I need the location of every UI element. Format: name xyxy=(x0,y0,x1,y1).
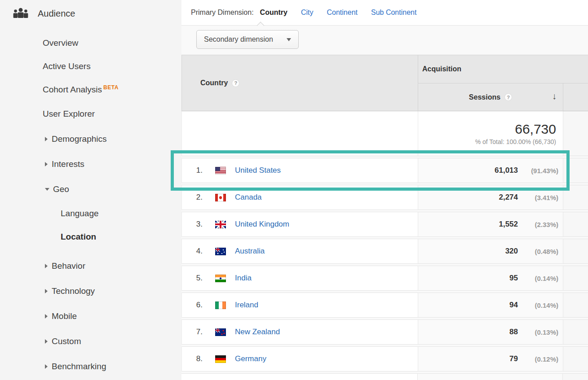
row-rank: 6. xyxy=(182,301,203,310)
country-cell: 3. United Kingdom xyxy=(182,212,418,236)
totals-country-cell xyxy=(182,111,418,156)
totals-extra-cell xyxy=(563,111,588,156)
table-row: 4. Australia 320 (0.48%) xyxy=(181,239,588,264)
row-rank: 2. xyxy=(182,193,203,202)
totals-sessions-cell: 66,730 % of Total: 100.00% (66,730) xyxy=(418,111,563,156)
totals-row: 66,730 % of Total: 100.00% (66,730) xyxy=(181,111,588,156)
country-cell: 2. Canada xyxy=(182,185,418,210)
row-extra-cell xyxy=(563,158,588,183)
sidebar-item-overview[interactable]: Overview xyxy=(0,31,181,55)
country-cell xyxy=(181,374,418,380)
sidebar: Audience Overview Active Users Cohort An… xyxy=(0,0,181,380)
sidebar-item-mobile[interactable]: Mobile xyxy=(0,304,181,329)
country-cell: 4. Australia xyxy=(182,239,418,263)
sidebar-item-label: Custom xyxy=(52,336,81,346)
dimension-tab-country[interactable]: Country xyxy=(260,9,287,17)
country-link[interactable]: Canada xyxy=(235,193,262,202)
sidebar-item-technology[interactable]: Technology xyxy=(0,279,181,304)
dimension-tab-continent[interactable]: Continent xyxy=(327,9,358,17)
sidebar-item-geo[interactable]: Geo xyxy=(0,177,181,202)
row-rank: 5. xyxy=(182,274,203,283)
sidebar-item-interests[interactable]: Interests xyxy=(0,152,181,177)
country-cell: 5. India xyxy=(182,266,418,290)
sidebar-item-cohort-analysis[interactable]: Cohort Analysis BETA xyxy=(0,78,181,101)
audience-people-icon xyxy=(13,7,29,20)
sidebar-item-label: Interests xyxy=(52,159,84,169)
sessions-value: 1,552 xyxy=(499,220,518,229)
flag-icon-germany xyxy=(215,355,226,363)
flag-icon-united-states xyxy=(215,167,226,175)
chevron-right-icon xyxy=(45,137,48,141)
header-extra-cell xyxy=(563,83,588,111)
chevron-right-icon xyxy=(45,162,48,166)
sidebar-item-label: Active Users xyxy=(43,61,91,71)
sessions-percent: (0.48%) xyxy=(518,248,563,255)
country-link[interactable]: New Zealand xyxy=(235,328,280,336)
table-row: 8. Germany 79 (0.12%) xyxy=(181,346,588,371)
help-icon[interactable]: ? xyxy=(504,93,512,101)
table-row: 6. Ireland 94 (0.14%) xyxy=(181,293,588,318)
sidebar-item-custom[interactable]: Custom xyxy=(0,329,181,354)
sidebar-item-label: Location xyxy=(61,232,96,242)
secondary-dimension-toolbar: Secondary dimension xyxy=(181,26,588,55)
sidebar-item-label: Overview xyxy=(43,38,78,48)
sidebar-item-location[interactable]: Location xyxy=(0,225,181,249)
chevron-down-icon xyxy=(45,188,49,191)
sessions-percent: (0.14%) xyxy=(518,301,563,309)
sessions-value: 79 xyxy=(509,354,518,363)
sidebar-item-label: Mobile xyxy=(52,311,77,321)
sidebar-item-active-users[interactable]: Active Users xyxy=(0,55,181,78)
table-body: 1. United States 61,013 (91.43%) 2. Cana… xyxy=(181,158,588,380)
country-link[interactable]: United States xyxy=(235,166,281,175)
row-rank: 1. xyxy=(182,166,203,175)
sidebar-item-label: Demographics xyxy=(52,134,107,144)
secondary-dimension-button-label: Secondary dimension xyxy=(204,35,273,44)
row-extra-cell xyxy=(563,185,588,210)
flag-icon-new-zealand xyxy=(215,328,226,336)
chevron-right-icon xyxy=(45,364,48,369)
table-row: 5. India 95 (0.14%) xyxy=(181,266,588,291)
sessions-percent: (0.13%) xyxy=(518,328,563,336)
row-rank: 7. xyxy=(182,328,203,336)
sidebar-item-label: Geo xyxy=(53,184,69,194)
secondary-dimension-button[interactable]: Secondary dimension xyxy=(196,30,299,49)
sidebar-item-label: Language xyxy=(61,209,99,218)
sidebar-section-audience[interactable]: Audience xyxy=(0,0,181,20)
sidebar-item-benchmarking[interactable]: Benchmarking xyxy=(0,354,181,379)
help-icon[interactable]: ? xyxy=(232,79,239,87)
sort-descending-icon[interactable]: ↓ xyxy=(552,91,557,101)
table-row: 3. United Kingdom 1,552 (2.33%) xyxy=(181,212,588,237)
sessions-cell: 1,552 (2.33%) xyxy=(418,212,563,236)
row-extra-cell xyxy=(563,266,588,290)
sessions-cell: 88 (0.13%) xyxy=(418,320,563,344)
totals-percent-of-total: % of Total: 100.00% (66,730) xyxy=(475,138,556,145)
sessions-percent: (3.41%) xyxy=(518,194,563,201)
table-row: 2. Canada 2,274 (3.41%) xyxy=(181,185,588,210)
sessions-value: 2,274 xyxy=(499,193,518,202)
beta-badge: BETA xyxy=(103,84,119,91)
dropdown-caret-icon xyxy=(287,38,291,41)
dimension-tab-sub-continent[interactable]: Sub Continent xyxy=(371,9,416,17)
dimension-tab-city[interactable]: City xyxy=(301,9,314,17)
sessions-column-header[interactable]: Sessions ? ↓ xyxy=(418,83,563,111)
sessions-value: 94 xyxy=(509,301,518,310)
flag-icon-united-kingdom xyxy=(215,221,226,228)
sidebar-item-demographics[interactable]: Demographics xyxy=(0,127,181,152)
country-link[interactable]: Germany xyxy=(235,354,266,363)
sidebar-item-user-explorer[interactable]: User Explorer xyxy=(0,101,181,127)
row-rank: 3. xyxy=(182,220,203,229)
flag-icon-ireland xyxy=(215,301,226,309)
row-extra-cell xyxy=(563,212,588,236)
country-link[interactable]: Ireland xyxy=(235,301,258,310)
country-link[interactable]: United Kingdom xyxy=(235,220,289,229)
row-rank: 8. xyxy=(182,354,203,363)
country-column-header[interactable]: Country ? xyxy=(182,55,418,111)
sessions-value: 320 xyxy=(505,247,518,256)
country-link[interactable]: Australia xyxy=(235,247,265,256)
country-cell: 6. Ireland xyxy=(182,293,418,317)
sidebar-item-language[interactable]: Language xyxy=(0,202,181,225)
analytics-page: Audience Overview Active Users Cohort An… xyxy=(0,0,588,380)
country-link[interactable]: India xyxy=(235,274,252,283)
sidebar-item-behavior[interactable]: Behavior xyxy=(0,253,181,279)
sidebar-item-label: User Explorer xyxy=(43,109,95,119)
